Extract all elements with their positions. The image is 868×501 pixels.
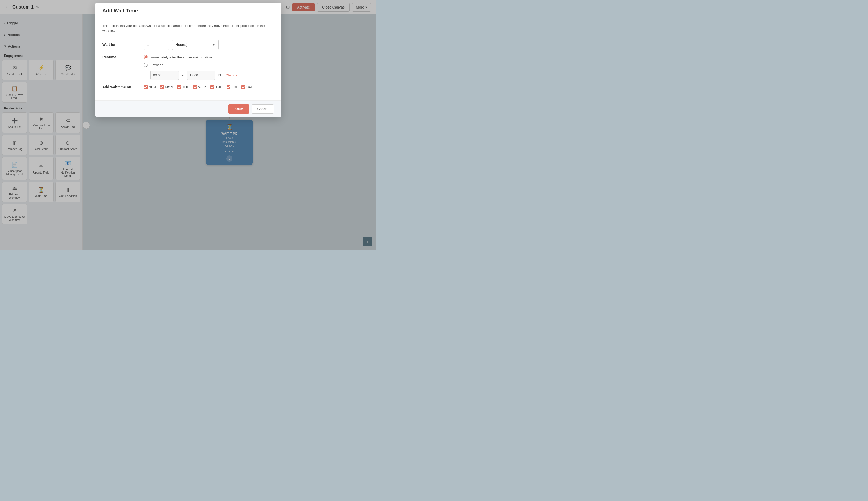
day-sun[interactable]: SUN bbox=[144, 85, 156, 89]
resume-option2-label: Between bbox=[150, 63, 163, 67]
time-range: to IST Change bbox=[150, 71, 237, 80]
day-sat[interactable]: SAT bbox=[241, 85, 253, 89]
days-checkboxes: SUNMONTUEWEDTHUFRISAT bbox=[144, 85, 253, 89]
day-checkbox-wed[interactable] bbox=[193, 85, 197, 89]
time-to-input[interactable] bbox=[187, 71, 215, 80]
timezone-label: IST bbox=[218, 73, 223, 77]
day-checkbox-sun[interactable] bbox=[144, 85, 148, 89]
wait-for-row: Wait for Minute(s)Hour(s)Day(s)Week(s) bbox=[102, 40, 274, 50]
day-checkbox-fri[interactable] bbox=[226, 85, 231, 89]
resume-radio-1[interactable] bbox=[144, 55, 148, 59]
add-wait-time-modal: Add Wait Time This action lets your cont… bbox=[95, 3, 281, 117]
day-checkbox-mon[interactable] bbox=[160, 85, 164, 89]
day-checkbox-sat[interactable] bbox=[241, 85, 245, 89]
wait-unit-select[interactable]: Minute(s)Hour(s)Day(s)Week(s) bbox=[172, 40, 219, 50]
day-checkbox-tue[interactable] bbox=[177, 85, 181, 89]
wait-value-input[interactable] bbox=[144, 40, 169, 50]
modal-body: This action lets your contacts wait for … bbox=[95, 18, 281, 100]
day-fri[interactable]: FRI bbox=[226, 85, 237, 89]
resume-options: Immediately after the above wait duratio… bbox=[144, 55, 237, 80]
resume-option2[interactable]: Between bbox=[144, 63, 237, 67]
resume-label: Resume bbox=[102, 55, 144, 59]
save-button[interactable]: Save bbox=[229, 104, 249, 114]
wait-for-label: Wait for bbox=[102, 43, 144, 47]
wait-for-controls: Minute(s)Hour(s)Day(s)Week(s) bbox=[144, 40, 274, 50]
change-timezone-link[interactable]: Change bbox=[225, 73, 237, 77]
resume-row: Resume Immediately after the above wait … bbox=[102, 55, 274, 80]
day-wed[interactable]: WED bbox=[193, 85, 206, 89]
resume-radio-2[interactable] bbox=[144, 63, 148, 67]
wait-days-row: Add wait time on SUNMONTUEWEDTHUFRISAT bbox=[102, 85, 274, 89]
day-mon[interactable]: MON bbox=[160, 85, 173, 89]
time-separator: to bbox=[181, 73, 184, 77]
resume-option1-label: Immediately after the above wait duratio… bbox=[150, 55, 216, 59]
modal-footer: Save Cancel bbox=[95, 100, 281, 117]
cancel-button[interactable]: Cancel bbox=[252, 104, 274, 114]
time-from-input[interactable] bbox=[150, 71, 179, 80]
day-thu[interactable]: THU bbox=[210, 85, 222, 89]
modal-header: Add Wait Time bbox=[95, 3, 281, 18]
modal-title: Add Wait Time bbox=[102, 8, 274, 14]
wait-on-label: Add wait time on bbox=[102, 85, 144, 89]
modal-overlay: Add Wait Time This action lets your cont… bbox=[0, 0, 376, 250]
modal-description: This action lets your contacts wait for … bbox=[102, 23, 274, 33]
resume-option1[interactable]: Immediately after the above wait duratio… bbox=[144, 55, 237, 59]
day-checkbox-thu[interactable] bbox=[210, 85, 214, 89]
day-tue[interactable]: TUE bbox=[177, 85, 189, 89]
